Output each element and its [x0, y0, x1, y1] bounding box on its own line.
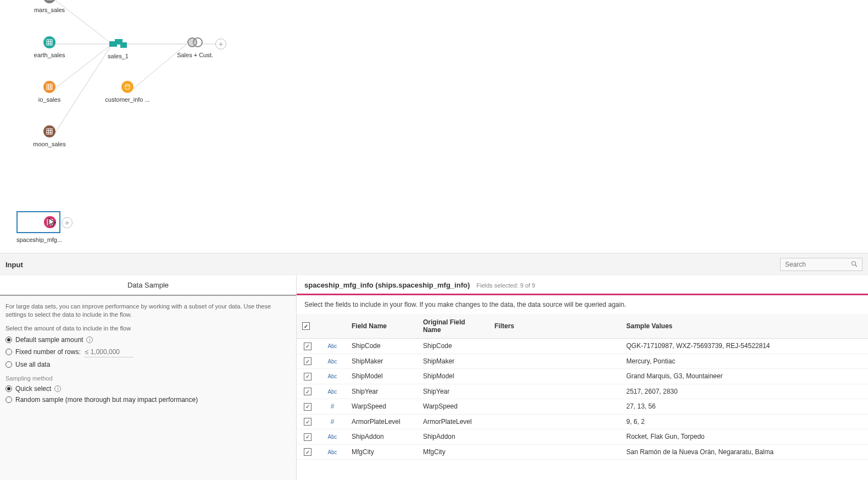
svg-rect-29 [120, 42, 127, 48]
original-name: ShipYear [418, 384, 489, 399]
input-panel: Input Data Sample For large data sets, y… [0, 253, 868, 480]
fixed-rows-input[interactable] [84, 347, 133, 357]
row-checkbox[interactable]: ✓ [304, 403, 311, 411]
plus-icon: + [62, 217, 73, 228]
field-filters [489, 414, 621, 429]
radio-icon [5, 385, 12, 392]
header-type [319, 314, 346, 339]
row-checkbox[interactable]: ✓ [304, 343, 311, 350]
sample-values: San Ramón de la Nueva Orán, Negararatu, … [621, 444, 868, 460]
join-icon [187, 37, 203, 47]
table-row[interactable]: ✓AbcShipModelShipModelGrand Marquis, G3,… [297, 369, 868, 384]
node-label: customer_info ... [105, 96, 149, 103]
header-samples[interactable]: Sample Values [621, 314, 868, 339]
header-field-name[interactable]: Field Name [346, 314, 418, 339]
header-original-name[interactable]: Original Field Name [418, 314, 489, 339]
field-filters [489, 444, 621, 460]
table-row[interactable]: ✓AbcMfgCityMfgCitySan Ramón de la Nueva … [297, 444, 868, 460]
row-checkbox[interactable]: ✓ [304, 418, 311, 426]
row-checkbox[interactable]: ✓ [304, 388, 311, 395]
fields-table: ✓ Field Name Original Field Name Filters… [297, 314, 868, 460]
type-icon: Abc [327, 434, 337, 440]
section-label: Select the amount of data to include in … [5, 325, 291, 332]
original-name: MfgCity [418, 444, 489, 460]
sample-values: Grand Marquis, G3, Mountaineer [621, 369, 868, 384]
radio-label: Fixed number of rows: [15, 348, 81, 356]
step-icon [109, 38, 127, 49]
type-icon: Abc [327, 343, 337, 349]
radio-use-all[interactable]: Use all data [5, 361, 291, 368]
table-row[interactable]: ✓AbcShipYearShipYear2517, 2607, 2830 [297, 384, 868, 399]
svg-point-30 [125, 85, 130, 86]
radio-default-sample[interactable]: Default sample amount i [5, 336, 291, 344]
original-name: ShipMaker [418, 354, 489, 369]
row-checkbox[interactable]: ✓ [304, 433, 311, 441]
table-row[interactable]: ✓AbcShipCodeShipCodeQGK-71710987, WXZ-75… [297, 339, 868, 354]
sample-values: 9, 6, 2 [621, 414, 868, 429]
svg-rect-12 [47, 40, 52, 45]
header-filters[interactable]: Filters [489, 314, 621, 339]
node-spaceship-mfg[interactable]: spaceship_mfg... [16, 211, 62, 243]
info-icon[interactable]: i [86, 336, 93, 343]
table-icon [43, 0, 55, 3]
type-icon: Abc [327, 389, 337, 395]
node-label: io_sales [38, 96, 60, 103]
row-checkbox[interactable]: ✓ [304, 448, 311, 456]
node-label: mars_sales [34, 7, 65, 13]
node-label: sales_1 [108, 53, 129, 59]
header-checkbox[interactable]: ✓ [297, 314, 319, 339]
table-row[interactable]: ✓#ArmorPlateLevelArmorPlateLevel9, 6, 2 [297, 414, 868, 429]
field-name: ShipAddon [346, 429, 418, 445]
table-icon [43, 36, 55, 48]
table-icon [44, 216, 56, 228]
fields-count: Fields selected: 9 of 9 [476, 282, 535, 289]
node-label: Sales + Cust. [177, 52, 213, 58]
node-label: earth_sales [34, 52, 65, 58]
svg-point-36 [852, 261, 856, 265]
node-label: spaceship_mfg... [16, 236, 62, 243]
node-earth-sales[interactable]: earth_sales [27, 36, 71, 58]
table-icon [43, 81, 55, 93]
radio-label: Random sample (more thorough but may imp… [15, 396, 198, 404]
sample-values: QGK-71710987, WXZ-75693739, REJ-54522814 [621, 339, 868, 354]
radio-fixed-rows[interactable]: Fixed number of rows: [5, 347, 291, 357]
node-moon-sales[interactable]: moon_sales [27, 125, 71, 147]
row-checkbox[interactable]: ✓ [304, 357, 311, 365]
node-sales-cust-join[interactable]: Sales + Cust. [173, 37, 217, 58]
panel-title: Input [5, 261, 23, 269]
radio-quick-select[interactable]: Quick select i [5, 385, 291, 393]
search-field[interactable] [785, 261, 845, 268]
table-row[interactable]: ✓AbcShipAddonShipAddonRocket, Flak Gun, … [297, 429, 868, 445]
type-icon: # [331, 418, 335, 426]
flow-canvas[interactable]: mars_sales earth_sales io_sales moon_sal… [0, 0, 868, 253]
info-icon[interactable]: i [54, 385, 61, 392]
field-filters [489, 339, 621, 354]
add-step-button[interactable]: + [215, 38, 226, 49]
node-label: moon_sales [33, 141, 65, 147]
table-row[interactable]: ✓#WarpSpeedWarpSpeed27, 13, 56 [297, 399, 868, 415]
field-filters [489, 354, 621, 369]
field-filters [489, 369, 621, 384]
node-io-sales[interactable]: io_sales [27, 81, 71, 103]
node-sales-1[interactable]: sales_1 [96, 37, 140, 59]
search-input[interactable] [780, 258, 863, 271]
node-mars-sales[interactable]: mars_sales [27, 0, 71, 13]
original-name: ShipCode [418, 339, 489, 354]
table-row[interactable]: ✓AbcShipMakerShipMakerMercury, Pontiac [297, 354, 868, 369]
field-filters [489, 429, 621, 445]
radio-label: Use all data [15, 361, 50, 368]
fields-hint: Select the fields to include in your flo… [297, 295, 868, 314]
original-name: WarpSpeed [418, 399, 489, 415]
tab-data-sample[interactable]: Data Sample [0, 275, 296, 296]
type-icon: # [331, 402, 335, 410]
add-step-button[interactable]: + [62, 217, 73, 228]
radio-random-sample[interactable]: Random sample (more thorough but may imp… [5, 396, 291, 404]
sample-values: 2517, 2607, 2830 [621, 384, 868, 399]
node-customer-info[interactable]: customer_info ... [105, 81, 149, 103]
row-checkbox[interactable]: ✓ [304, 373, 311, 380]
sample-values: Mercury, Pontiac [621, 354, 868, 369]
type-icon: Abc [327, 358, 337, 365]
field-name: ArmorPlateLevel [346, 414, 418, 429]
search-icon [851, 261, 858, 269]
radio-label: Default sample amount [15, 336, 83, 344]
